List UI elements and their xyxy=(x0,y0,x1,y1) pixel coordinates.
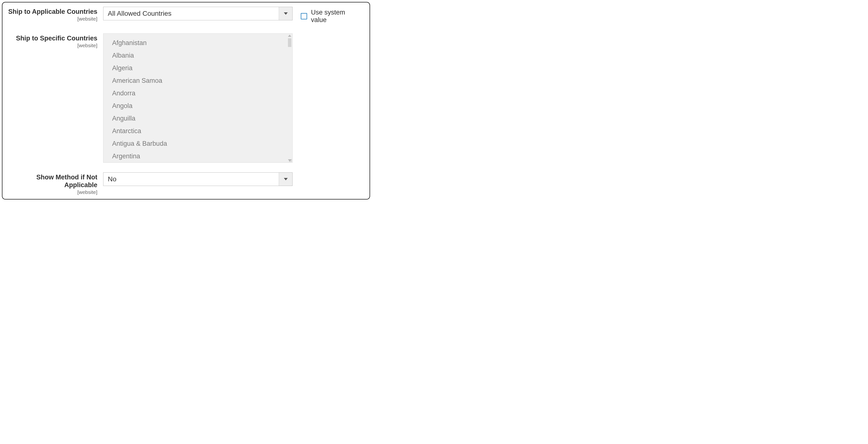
label-ship-specific: Ship to Specific Countries xyxy=(7,34,97,42)
chevron-down-icon xyxy=(279,7,292,20)
select-value: All Allowed Countries xyxy=(103,7,279,20)
use-system-value-checkbox[interactable] xyxy=(301,13,307,19)
country-option: Anguilla xyxy=(112,112,292,125)
row-ship-applicable: Ship to Applicable Countries [website] A… xyxy=(7,7,362,24)
multiselect-options: AfghanistanAlbaniaAlgeriaAmerican SamoaA… xyxy=(103,34,292,163)
control-col: All Allowed Countries xyxy=(103,7,292,20)
scroll-thumb xyxy=(288,38,291,47)
label-col: Show Method if Not Applicable [website] xyxy=(7,172,103,195)
row-show-method: Show Method if Not Applicable [website] … xyxy=(7,172,362,195)
ship-applicable-select[interactable]: All Allowed Countries xyxy=(103,7,292,20)
svg-marker-0 xyxy=(284,12,288,15)
country-option: Angola xyxy=(112,99,292,112)
scope-show-method: [website] xyxy=(7,189,97,195)
country-option: Albania xyxy=(112,49,292,62)
label-ship-applicable: Ship to Applicable Countries xyxy=(7,8,97,15)
svg-marker-4 xyxy=(284,178,288,180)
svg-line-3 xyxy=(291,161,292,162)
country-option: American Samoa xyxy=(112,74,292,87)
scrollbar xyxy=(287,34,292,162)
config-form: Ship to Applicable Countries [website] A… xyxy=(2,2,370,199)
label-show-method: Show Method if Not Applicable xyxy=(7,173,97,189)
scroll-up-icon xyxy=(288,35,291,37)
country-option: Andorra xyxy=(112,87,292,99)
extra-col xyxy=(292,33,362,35)
svg-line-2 xyxy=(290,160,292,162)
row-ship-specific: Ship to Specific Countries [website] Afg… xyxy=(7,33,362,163)
label-col: Ship to Specific Countries [website] xyxy=(7,33,103,49)
country-option: Antarctica xyxy=(112,125,292,137)
show-method-select[interactable]: No xyxy=(103,172,292,186)
select-value: No xyxy=(103,172,279,186)
ship-specific-multiselect: AfghanistanAlbaniaAlgeriaAmerican SamoaA… xyxy=(103,33,292,163)
scope-ship-applicable: [website] xyxy=(7,16,97,22)
chevron-down-icon xyxy=(279,172,292,186)
country-option: Algeria xyxy=(112,62,292,74)
control-col: AfghanistanAlbaniaAlgeriaAmerican SamoaA… xyxy=(103,33,292,163)
extra-col: Use system value xyxy=(292,7,362,24)
scope-ship-specific: [website] xyxy=(7,42,97,49)
label-col: Ship to Applicable Countries [website] xyxy=(7,7,103,22)
use-system-value-label: Use system value xyxy=(311,9,362,24)
country-option: Argentina xyxy=(112,150,292,162)
control-col: No xyxy=(103,172,292,186)
country-option: Afghanistan xyxy=(112,37,292,49)
extra-col xyxy=(292,172,362,174)
resize-handle-icon xyxy=(288,158,292,162)
country-option: Antigua & Barbuda xyxy=(112,137,292,150)
